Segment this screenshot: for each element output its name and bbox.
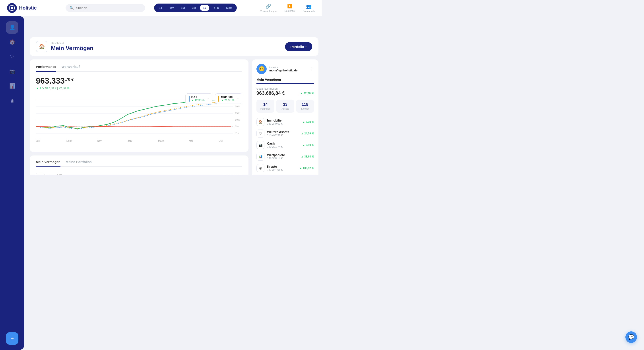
stat-num-assets: 33 [278,102,292,107]
svg-text:0%: 0% [235,132,239,134]
nav-item-verknupfungen[interactable]: 🔗 Verknüpfungen [260,4,276,13]
investor-info: Investor moin@getholistic.de [269,66,307,72]
cat-info-wertpapiere: Wertpapiere 148.338,14 € [267,153,298,160]
cat-row-cash[interactable]: 📷 Cash 149.291,74 € ▲ 0,19 % [256,139,314,151]
page-title: Mein Vermögen [51,45,94,52]
chart-icon: 📊 [9,83,15,89]
time-btn-1m[interactable]: 1M [178,5,188,11]
logo-icon [7,3,17,13]
sp500-name: S&P 500 [221,95,234,99]
right-section-title: Mein Vermögen [256,78,314,84]
sparkline-chart [131,173,149,175]
content-area: Performance Wertverlauf 963.333,70 € ▲ 1… [30,59,318,175]
total-label: Gesamtvermögen [256,87,314,90]
sidebar-item-favorites[interactable]: ♡ [6,51,18,63]
asset-value: 363.240,00 € ▲ 6,30 % | 21.530,00 € [214,174,242,175]
svg-text:5%: 5% [235,125,239,128]
categories-list: 🏠 Immobilien 363.240,00 € ▲ 6,30 % ♡ Wei… [256,116,314,174]
cat-icon-krypto: ◉ [256,164,264,172]
time-filter-group: 1T 1W 1M 3M 1J YTD Max [154,4,237,12]
nav-right: 🔗 Verknüpfungen ▶️ So geht's 👥 Community [260,4,315,13]
page-header: 🏠 Dashboard Mein Vermögen Portfolio + [30,37,318,56]
cat-info-immobilien: Immobilien 363.240,00 € [267,119,300,125]
portfolio-button[interactable]: Portfolio + [285,42,312,51]
nav-item-community[interactable]: 👥 Community [302,4,315,13]
benchmark-badges: DAX ▲ 12,33 % × S&P 500 ▲ 21,35 % × [185,93,242,104]
time-btn-ytd[interactable]: YTD [210,5,222,11]
investor-role: Investor [269,66,307,69]
asset-row-immobilien: 🏠 Immobilien 1 Portfolio 363.240,00 € ▲ [36,170,242,175]
asset-info: Immobilien 1 Portfolio [48,174,66,175]
cat-info-weitere: Weitere Assets 155.472,91 € [267,130,298,137]
cat-chg-wertpapiere: ▲ 38,63 % [301,155,314,158]
sidebar-item-profile[interactable]: 👤 [6,21,18,34]
svg-text:Jan.: Jan. [128,139,132,142]
page-home-icon: 🏠 [36,41,48,52]
benchmark-dax: DAX ▲ 12,33 % × [185,93,212,104]
cat-row-immobilien[interactable]: 🏠 Immobilien 363.240,00 € ▲ 6,30 % [256,116,314,128]
svg-text:Mai: Mai [189,139,193,142]
cat-chg-weitere: ▲ 24,39 % [301,132,314,135]
stat-lbl-portfolios: Portfolios [258,107,272,110]
top-navigation: Holistic 🔍 1T 1W 1M 3M 1J YTD Max 🔗 Verk… [0,0,322,16]
sidebar-item-home[interactable]: 🏠 [6,36,18,48]
logo-text: Holistic [19,5,36,11]
cat-info-krypto: Krypto 147.344,06 € [267,165,297,171]
home-icon: 🏠 [9,39,15,45]
search-input[interactable] [76,6,141,10]
tab-mein-vermogen[interactable]: Mein Vermögen [36,160,60,166]
stats-row: 14 Portfolios 33 Assets 118 Länder [256,100,314,113]
link-icon: 🔗 [266,4,271,9]
time-btn-1j[interactable]: 1J [200,5,209,11]
cat-row-weitere[interactable]: ♡ Weitere Assets 155.472,91 € ▲ 24,39 % [256,128,314,139]
asset-sparkline [69,173,211,175]
community-icon: 👥 [306,4,312,9]
cat-icon-weitere: ♡ [256,129,264,137]
tab-wertverlauf[interactable]: Wertverlauf [62,65,80,72]
time-btn-1w[interactable]: 1W [166,5,177,11]
page-header-left: 🏠 Dashboard Mein Vermögen [36,41,94,52]
sidebar-item-camera[interactable]: 📷 [6,65,18,78]
sidebar: 👤 🏠 ♡ 📷 📊 ◉ + [0,16,24,175]
time-btn-max[interactable]: Max [223,5,235,11]
total-value: 963.686,84 € [256,90,285,96]
sidebar-item-assets[interactable]: ◉ [6,94,18,107]
sidebar-item-charts[interactable]: 📊 [6,80,18,92]
tab-meine-portfolios[interactable]: Meine Portfolios [66,160,92,166]
sp500-change: ▲ 21,35 % [221,99,234,102]
total-change: ▲ 22,70 % [300,92,314,95]
stat-portfolios: 14 Portfolios [256,100,274,113]
bottom-tabs: Mein Vermögen Meine Portfolios [36,160,242,166]
right-panel: 😊 Investor moin@getholistic.de ⋮ Mein Ve… [252,59,318,175]
cat-chg-cash: ▲ 0,19 % [302,143,314,147]
chart-area: DAX ▲ 12,33 % × S&P 500 ▲ 21,35 % × [36,93,242,147]
dax-name: DAX [191,95,204,99]
search-bar[interactable]: 🔍 [66,4,145,12]
svg-text:März: März [158,139,164,142]
investor-row: 😊 Investor moin@getholistic.de ⋮ [256,64,314,74]
search-icon: 🔍 [70,6,74,10]
cat-icon-cash: 📷 [256,141,264,149]
cat-row-krypto[interactable]: ◉ Krypto 147.344,06 € ▲ 135,12 % [256,162,314,174]
layers-icon: ◉ [10,98,14,103]
time-btn-3m[interactable]: 3M [189,5,199,11]
cat-chg-krypto: ▲ 135,12 % [300,166,314,170]
svg-text:Juli: Juli [219,139,223,142]
tab-performance[interactable]: Performance [36,65,56,72]
svg-text:10%: 10% [235,118,240,121]
time-btn-1t[interactable]: 1T [156,5,166,11]
svg-text:20%: 20% [235,105,240,108]
asset-name: Immobilien [48,174,66,175]
chart-card: Performance Wertverlauf 963.333,70 € ▲ 1… [30,59,248,152]
profile-icon: 👤 [9,25,15,30]
sp500-close-icon[interactable]: × [237,97,239,101]
asset-amount: 363.240,00 € [214,174,242,175]
investor-menu-icon[interactable]: ⋮ [310,66,314,72]
chart-change: ▲ 177.947,38 € | 22,66 % [36,87,242,90]
cat-info-cash: Cash 149.291,74 € [267,142,300,148]
play-icon: ▶️ [287,4,292,9]
nav-item-sogehts[interactable]: ▶️ So geht's [284,4,295,12]
cat-row-wertpapiere[interactable]: 📊 Wertpapiere 148.338,14 € ▲ 38,63 % [256,151,314,162]
stat-lbl-lander: Länder [298,107,312,110]
dax-close-icon[interactable]: × [207,97,209,101]
